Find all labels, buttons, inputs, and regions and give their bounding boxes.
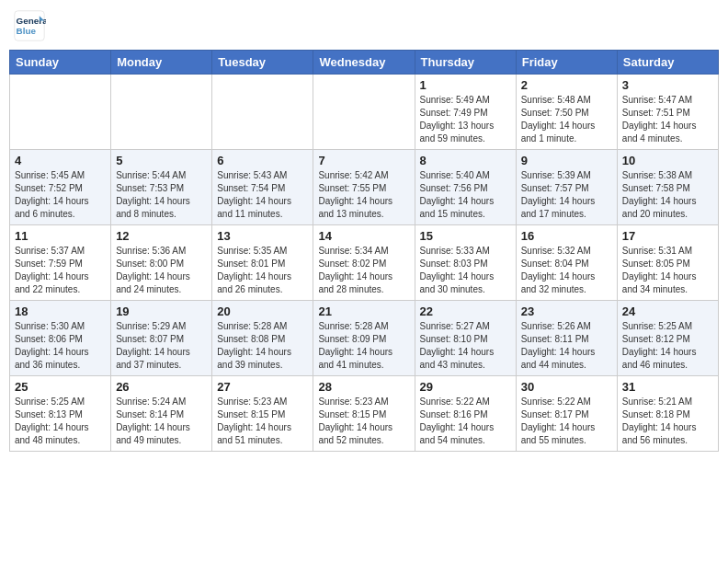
weekday-header-thursday: Thursday xyxy=(415,51,516,75)
day-number: 23 xyxy=(521,304,612,318)
calendar-cell-33: 30Sunrise: 5:22 AM Sunset: 8:17 PM Dayli… xyxy=(516,376,617,452)
day-info: Sunrise: 5:21 AM Sunset: 8:18 PM Dayligh… xyxy=(622,396,713,447)
day-info: Sunrise: 5:49 AM Sunset: 7:49 PM Dayligh… xyxy=(420,94,511,145)
day-info: Sunrise: 5:26 AM Sunset: 8:11 PM Dayligh… xyxy=(521,320,612,372)
calendar-cell-6: 3Sunrise: 5:47 AM Sunset: 7:51 PM Daylig… xyxy=(617,75,718,150)
day-info: Sunrise: 5:28 AM Sunset: 8:09 PM Dayligh… xyxy=(318,320,409,372)
day-info: Sunrise: 5:23 AM Sunset: 8:15 PM Dayligh… xyxy=(217,396,308,447)
day-info: Sunrise: 5:32 AM Sunset: 8:04 PM Dayligh… xyxy=(521,245,612,296)
calendar-cell-25: 22Sunrise: 5:27 AM Sunset: 8:10 PM Dayli… xyxy=(415,301,516,376)
logo: General Blue xyxy=(13,9,46,42)
calendar-week-2: 4Sunrise: 5:45 AM Sunset: 7:52 PM Daylig… xyxy=(10,150,719,225)
day-number: 8 xyxy=(420,154,511,167)
day-info: Sunrise: 5:22 AM Sunset: 8:16 PM Dayligh… xyxy=(420,396,511,447)
day-number: 14 xyxy=(318,229,409,243)
day-number: 1 xyxy=(420,78,511,92)
day-number: 30 xyxy=(521,380,612,394)
calendar-cell-8: 5Sunrise: 5:44 AM Sunset: 7:53 PM Daylig… xyxy=(111,150,212,225)
day-number: 26 xyxy=(116,380,207,394)
calendar-cell-13: 10Sunrise: 5:38 AM Sunset: 7:58 PM Dayli… xyxy=(617,150,718,225)
day-number: 28 xyxy=(318,380,409,394)
calendar-cell-30: 27Sunrise: 5:23 AM Sunset: 8:15 PM Dayli… xyxy=(212,376,313,452)
calendar-cell-5: 2Sunrise: 5:48 AM Sunset: 7:50 PM Daylig… xyxy=(516,75,617,150)
calendar-cell-20: 17Sunrise: 5:31 AM Sunset: 8:05 PM Dayli… xyxy=(617,225,718,301)
day-number: 3 xyxy=(622,78,713,92)
calendar-cell-24: 21Sunrise: 5:28 AM Sunset: 8:09 PM Dayli… xyxy=(313,301,415,376)
svg-text:Blue: Blue xyxy=(17,26,37,36)
calendar-cell-11: 8Sunrise: 5:40 AM Sunset: 7:56 PM Daylig… xyxy=(415,150,516,225)
calendar-cell-10: 7Sunrise: 5:42 AM Sunset: 7:55 PM Daylig… xyxy=(313,150,415,225)
calendar-cell-22: 19Sunrise: 5:29 AM Sunset: 8:07 PM Dayli… xyxy=(111,301,212,376)
calendar-cell-4: 1Sunrise: 5:49 AM Sunset: 7:49 PM Daylig… xyxy=(415,75,516,150)
calendar-week-4: 18Sunrise: 5:30 AM Sunset: 8:06 PM Dayli… xyxy=(10,301,719,376)
day-number: 24 xyxy=(622,304,713,318)
day-number: 21 xyxy=(318,304,409,318)
weekday-header-row: SundayMondayTuesdayWednesdayThursdayFrid… xyxy=(10,51,719,75)
day-info: Sunrise: 5:22 AM Sunset: 8:17 PM Dayligh… xyxy=(521,396,612,447)
calendar-cell-15: 12Sunrise: 5:36 AM Sunset: 8:00 PM Dayli… xyxy=(111,225,212,301)
day-info: Sunrise: 5:35 AM Sunset: 8:01 PM Dayligh… xyxy=(217,245,308,296)
day-info: Sunrise: 5:37 AM Sunset: 7:59 PM Dayligh… xyxy=(15,245,106,296)
calendar-cell-29: 26Sunrise: 5:24 AM Sunset: 8:14 PM Dayli… xyxy=(111,376,212,452)
day-info: Sunrise: 5:47 AM Sunset: 7:51 PM Dayligh… xyxy=(622,94,713,145)
calendar-cell-12: 9Sunrise: 5:39 AM Sunset: 7:57 PM Daylig… xyxy=(516,150,617,225)
day-number: 29 xyxy=(420,380,511,394)
day-number: 2 xyxy=(521,78,612,92)
day-info: Sunrise: 5:40 AM Sunset: 7:56 PM Dayligh… xyxy=(420,169,511,221)
day-info: Sunrise: 5:34 AM Sunset: 8:02 PM Dayligh… xyxy=(318,245,409,296)
calendar-cell-28: 25Sunrise: 5:25 AM Sunset: 8:13 PM Dayli… xyxy=(10,376,111,452)
day-info: Sunrise: 5:45 AM Sunset: 7:52 PM Dayligh… xyxy=(15,169,106,221)
day-number: 31 xyxy=(622,380,713,394)
day-info: Sunrise: 5:31 AM Sunset: 8:05 PM Dayligh… xyxy=(622,245,713,296)
day-number: 11 xyxy=(15,229,106,243)
calendar-cell-31: 28Sunrise: 5:23 AM Sunset: 8:15 PM Dayli… xyxy=(313,376,415,452)
day-info: Sunrise: 5:25 AM Sunset: 8:12 PM Dayligh… xyxy=(622,320,713,372)
day-info: Sunrise: 5:29 AM Sunset: 8:07 PM Dayligh… xyxy=(116,320,207,372)
weekday-header-tuesday: Tuesday xyxy=(212,51,313,75)
calendar-week-1: 1Sunrise: 5:49 AM Sunset: 7:49 PM Daylig… xyxy=(10,75,719,150)
day-info: Sunrise: 5:36 AM Sunset: 8:00 PM Dayligh… xyxy=(116,245,207,296)
weekday-header-friday: Friday xyxy=(516,51,617,75)
day-number: 20 xyxy=(217,304,308,318)
calendar-cell-27: 24Sunrise: 5:25 AM Sunset: 8:12 PM Dayli… xyxy=(617,301,718,376)
day-info: Sunrise: 5:44 AM Sunset: 7:53 PM Dayligh… xyxy=(116,169,207,221)
day-info: Sunrise: 5:33 AM Sunset: 8:03 PM Dayligh… xyxy=(420,245,511,296)
weekday-header-wednesday: Wednesday xyxy=(313,51,415,75)
day-info: Sunrise: 5:23 AM Sunset: 8:15 PM Dayligh… xyxy=(318,396,409,447)
day-number: 10 xyxy=(622,154,713,167)
weekday-header-sunday: Sunday xyxy=(10,51,111,75)
day-info: Sunrise: 5:43 AM Sunset: 7:54 PM Dayligh… xyxy=(217,169,308,221)
day-info: Sunrise: 5:42 AM Sunset: 7:55 PM Dayligh… xyxy=(318,169,409,221)
calendar-cell-0 xyxy=(10,75,111,150)
calendar-cell-14: 11Sunrise: 5:37 AM Sunset: 7:59 PM Dayli… xyxy=(10,225,111,301)
calendar-cell-9: 6Sunrise: 5:43 AM Sunset: 7:54 PM Daylig… xyxy=(212,150,313,225)
weekday-header-saturday: Saturday xyxy=(617,51,718,75)
calendar-table: SundayMondayTuesdayWednesdayThursdayFrid… xyxy=(9,50,719,452)
day-info: Sunrise: 5:24 AM Sunset: 8:14 PM Dayligh… xyxy=(116,396,207,447)
calendar-cell-17: 14Sunrise: 5:34 AM Sunset: 8:02 PM Dayli… xyxy=(313,225,415,301)
day-number: 25 xyxy=(15,380,106,394)
day-number: 17 xyxy=(622,229,713,243)
day-number: 4 xyxy=(15,154,106,167)
calendar-cell-1 xyxy=(111,75,212,150)
day-number: 16 xyxy=(521,229,612,243)
day-info: Sunrise: 5:27 AM Sunset: 8:10 PM Dayligh… xyxy=(420,320,511,372)
calendar-cell-16: 13Sunrise: 5:35 AM Sunset: 8:01 PM Dayli… xyxy=(212,225,313,301)
calendar-week-5: 25Sunrise: 5:25 AM Sunset: 8:13 PM Dayli… xyxy=(10,376,719,452)
calendar-body: 1Sunrise: 5:49 AM Sunset: 7:49 PM Daylig… xyxy=(10,75,719,452)
calendar-cell-34: 31Sunrise: 5:21 AM Sunset: 8:18 PM Dayli… xyxy=(617,376,718,452)
day-info: Sunrise: 5:30 AM Sunset: 8:06 PM Dayligh… xyxy=(15,320,106,372)
day-info: Sunrise: 5:48 AM Sunset: 7:50 PM Dayligh… xyxy=(521,94,612,145)
day-info: Sunrise: 5:28 AM Sunset: 8:08 PM Dayligh… xyxy=(217,320,308,372)
calendar-cell-7: 4Sunrise: 5:45 AM Sunset: 7:52 PM Daylig… xyxy=(10,150,111,225)
day-number: 5 xyxy=(116,154,207,167)
weekday-header-monday: Monday xyxy=(111,51,212,75)
day-info: Sunrise: 5:25 AM Sunset: 8:13 PM Dayligh… xyxy=(15,396,106,447)
calendar-week-3: 11Sunrise: 5:37 AM Sunset: 7:59 PM Dayli… xyxy=(10,225,719,301)
day-number: 13 xyxy=(217,229,308,243)
calendar-cell-23: 20Sunrise: 5:28 AM Sunset: 8:08 PM Dayli… xyxy=(212,301,313,376)
day-number: 7 xyxy=(318,154,409,167)
day-number: 18 xyxy=(15,304,106,318)
day-number: 6 xyxy=(217,154,308,167)
page-header: General Blue xyxy=(9,9,719,42)
